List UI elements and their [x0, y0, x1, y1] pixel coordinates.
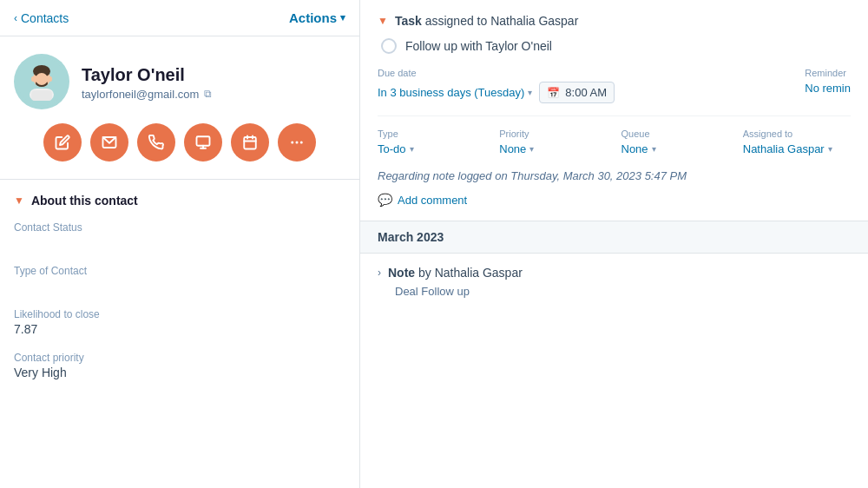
- assigned-to-label: Assigned to: [743, 129, 851, 139]
- svg-point-17: [291, 142, 293, 144]
- svg-point-7: [31, 76, 35, 82]
- calendar-button[interactable]: [231, 123, 269, 162]
- edit-button[interactable]: [43, 123, 82, 162]
- svg-point-8: [49, 76, 52, 82]
- task-assigned-prefix: assigned to: [425, 14, 491, 28]
- type-field: Type To-do ▾: [378, 129, 485, 155]
- priority-value[interactable]: None ▾: [499, 142, 607, 155]
- task-chevron-icon: ▼: [378, 15, 388, 27]
- action-buttons-row: [0, 123, 359, 179]
- note-by-label: by Nathalia Gaspar: [418, 266, 523, 280]
- about-header[interactable]: ▼ About this contact: [14, 194, 345, 208]
- reminder-group: Reminder No remin: [805, 68, 851, 103]
- priority-dropdown-icon: ▾: [529, 144, 534, 154]
- note-section: › Note by Nathalia Gaspar Deal Follow up: [360, 254, 868, 310]
- actions-dropdown-icon: ▾: [340, 12, 345, 23]
- task-checkbox[interactable]: [381, 38, 397, 54]
- type-dropdown-icon: ▾: [410, 144, 414, 154]
- type-of-contact-label: Type of Contact: [14, 265, 345, 277]
- regarding-text: Regarding note logged on Thursday, March…: [378, 169, 851, 182]
- contact-priority-label: Contact priority: [14, 352, 345, 364]
- queue-label: Queue: [621, 129, 729, 139]
- type-of-contact-value: [14, 279, 345, 293]
- contact-email-row: taylorfoneil@gmail.com ⧉: [82, 88, 212, 101]
- note-type-label: Note: [388, 266, 415, 280]
- back-label: Contacts: [21, 11, 69, 25]
- contact-name: Taylor O'neil: [82, 63, 212, 86]
- contact-status-field: Contact Status: [14, 221, 345, 249]
- task-title: Task assigned to Nathalia Gaspar: [395, 14, 578, 28]
- call-button[interactable]: [137, 123, 175, 162]
- contact-status-label: Contact Status: [14, 221, 345, 234]
- back-to-contacts[interactable]: ‹ Contacts: [14, 11, 69, 25]
- contact-header: Taylor O'neil taylorfoneil@gmail.com ⧉: [0, 36, 359, 123]
- task-item: Follow up with Taylor O'neil: [378, 38, 851, 54]
- add-comment-label: Add comment: [398, 194, 467, 207]
- back-chevron-icon: ‹: [14, 12, 17, 24]
- likelihood-label: Likelihood to close: [14, 308, 345, 320]
- svg-point-18: [296, 142, 299, 144]
- more-button[interactable]: [278, 123, 316, 162]
- contact-email-text: taylorfoneil@gmail.com: [82, 88, 199, 101]
- contact-status-value: [14, 235, 345, 249]
- task-label: Task: [395, 14, 422, 28]
- task-assigned-name: Nathalia Gaspar: [490, 14, 578, 28]
- assigned-to-field: Assigned to Nathalia Gaspar ▾: [743, 129, 851, 155]
- reminder-label: Reminder: [805, 68, 851, 78]
- left-panel: ‹ Contacts Actions ▾: [0, 0, 360, 488]
- priority-label: Priority: [499, 129, 607, 139]
- actions-label: Actions: [289, 10, 337, 25]
- top-nav: ‹ Contacts Actions ▾: [0, 0, 359, 36]
- task-section: ▼ Task assigned to Nathalia Gaspar Follo…: [360, 0, 868, 221]
- note-chevron-icon: ›: [378, 267, 381, 279]
- queue-dropdown-icon: ▾: [652, 144, 656, 154]
- svg-rect-2: [31, 90, 52, 101]
- contact-priority-field: Contact priority Very High: [14, 352, 345, 379]
- comment-icon: 💬: [378, 193, 392, 207]
- actions-button[interactable]: Actions ▾: [289, 10, 345, 25]
- svg-rect-10: [197, 136, 210, 146]
- due-date-label: Due date: [378, 68, 798, 78]
- task-text: Follow up with Taylor O'neil: [405, 39, 552, 53]
- due-date-dropdown-icon: ▾: [528, 88, 532, 97]
- likelihood-field: Likelihood to close 7.87: [14, 308, 345, 336]
- about-title: About this contact: [31, 194, 138, 208]
- queue-field: Queue None ▾: [621, 129, 729, 155]
- due-date-value[interactable]: In 3 business days (Tuesday) ▾: [378, 86, 532, 99]
- assigned-dropdown-icon: ▾: [828, 144, 832, 154]
- type-label: Type: [378, 129, 485, 139]
- type-of-contact-field: Type of Contact: [14, 265, 345, 293]
- contact-priority-value: Very High: [14, 366, 345, 379]
- due-date-row: Due date In 3 business days (Tuesday) ▾ …: [378, 68, 851, 103]
- time-input[interactable]: 📅 8:00 AM: [539, 82, 615, 103]
- about-chevron-icon: ▼: [14, 195, 24, 207]
- month-header: March 2023: [360, 221, 868, 254]
- svg-point-6: [36, 73, 48, 85]
- due-date-group: Due date In 3 business days (Tuesday) ▾ …: [378, 68, 798, 103]
- right-panel: ▼ Task assigned to Nathalia Gaspar Follo…: [360, 0, 868, 488]
- email-button[interactable]: [90, 123, 128, 162]
- svg-point-19: [300, 142, 303, 144]
- note-header: › Note by Nathalia Gaspar: [378, 266, 851, 280]
- contact-info: Taylor O'neil taylorfoneil@gmail.com ⧉: [82, 63, 212, 101]
- task-type-row: Type To-do ▾ Priority None ▾ Queue None …: [378, 115, 851, 155]
- note-subtitle: Deal Follow up: [378, 285, 851, 298]
- avatar: [14, 54, 69, 109]
- screen-button[interactable]: [184, 123, 222, 162]
- queue-value[interactable]: None ▾: [621, 142, 729, 155]
- task-section-header: ▼ Task assigned to Nathalia Gaspar: [378, 14, 851, 28]
- priority-field: Priority None ▾: [499, 129, 607, 155]
- likelihood-value: 7.87: [14, 322, 345, 336]
- reminder-value[interactable]: No remin: [805, 82, 851, 95]
- about-section: ▼ About this contact Contact Status Type…: [0, 180, 359, 409]
- calendar-small-icon: 📅: [547, 87, 560, 99]
- type-value[interactable]: To-do ▾: [378, 142, 485, 155]
- assigned-to-value[interactable]: Nathalia Gaspar ▾: [743, 142, 851, 155]
- add-comment-button[interactable]: 💬 Add comment: [378, 193, 851, 207]
- note-title: Note by Nathalia Gaspar: [388, 266, 523, 280]
- copy-email-icon[interactable]: ⧉: [204, 88, 212, 100]
- svg-rect-13: [244, 137, 256, 149]
